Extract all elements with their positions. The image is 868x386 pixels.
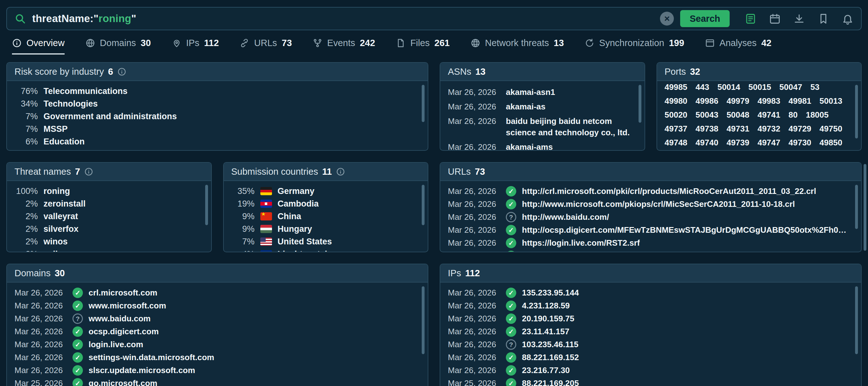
scrollbar-thumb[interactable] xyxy=(855,286,858,354)
list-item[interactable]: Mar 26, 2026 23.11.41.157 xyxy=(448,325,847,338)
port-number[interactable]: 18005 xyxy=(806,110,829,120)
list-item[interactable]: Mar 26, 2026 https://login.live.com/ppse… xyxy=(448,249,847,251)
list-item[interactable]: 4% Liechtenstein xyxy=(231,248,414,251)
scrollbar-thumb[interactable] xyxy=(855,85,858,139)
scrollbar-thumb[interactable] xyxy=(855,185,858,229)
list-item[interactable]: 2% silverfox xyxy=(14,222,197,235)
report-icon[interactable] xyxy=(745,13,756,25)
port-number[interactable]: 50020 xyxy=(665,110,687,120)
port-number[interactable]: 49739 xyxy=(726,138,749,148)
list-item[interactable]: Mar 26, 2026 www.baidu.com xyxy=(14,312,414,325)
list-item[interactable]: 35% Germany xyxy=(231,185,414,198)
list-item[interactable]: Mar 26, 2026 ocsp.digicert.com xyxy=(14,325,414,338)
port-number[interactable]: 80 xyxy=(788,110,798,120)
scrollbar-thumb[interactable] xyxy=(422,286,425,354)
list-item[interactable]: Mar 26, 2026 akamai-ams xyxy=(448,140,631,150)
scrollbar-thumb[interactable] xyxy=(422,85,425,122)
list-item[interactable]: Mar 26, 2026 135.233.95.144 xyxy=(448,286,847,299)
list-item[interactable]: Mar 26, 2026 23.216.77.30 xyxy=(448,364,847,377)
port-number[interactable]: 50014 xyxy=(717,82,740,92)
port-number[interactable]: 49983 xyxy=(757,96,780,106)
list-item[interactable]: Mar 26, 2026 88.221.169.152 xyxy=(448,351,847,364)
list-item[interactable]: Mar 26, 2026 http://www.baidu.com/ xyxy=(448,211,847,224)
port-number[interactable]: 49729 xyxy=(788,124,811,134)
tab-overview[interactable]: Overview xyxy=(12,38,65,55)
port-number[interactable]: 49741 xyxy=(757,110,780,120)
list-item[interactable]: Mar 26, 2026 https://login.live.com/RST2… xyxy=(448,237,847,249)
port-number[interactable]: 49738 xyxy=(695,124,718,134)
list-item[interactable]: 19% Cambodia xyxy=(231,198,414,210)
list-item[interactable]: 7% Government and administrations xyxy=(14,110,414,123)
list-item[interactable]: 2% valley xyxy=(14,248,197,251)
port-number[interactable]: 49737 xyxy=(665,124,687,134)
list-item[interactable]: 9% China xyxy=(231,210,414,222)
port-number[interactable]: 49979 xyxy=(726,96,749,106)
list-item[interactable]: 7% MSSP xyxy=(14,123,414,135)
list-item[interactable]: 34% Technologies xyxy=(14,97,414,110)
port-number[interactable]: 49730 xyxy=(788,138,811,148)
list-item[interactable]: 100% roning xyxy=(14,185,197,198)
port-number[interactable]: 49731 xyxy=(726,124,749,134)
scrollbar-thumb[interactable] xyxy=(639,85,641,123)
list-item[interactable]: Mar 26, 2026 http://www.microsoft.com/pk… xyxy=(448,198,847,211)
info-icon[interactable] xyxy=(84,167,93,176)
tab-domains[interactable]: Domains 30 xyxy=(85,38,151,55)
list-item[interactable]: Mar 26, 2026 4.231.128.59 xyxy=(448,299,847,312)
tab-network-threats[interactable]: Network threats 13 xyxy=(471,38,564,55)
bookmark-icon[interactable] xyxy=(817,13,829,25)
port-number[interactable]: 49748 xyxy=(665,138,687,148)
tab-analyses[interactable]: Analyses 42 xyxy=(705,38,772,55)
list-item[interactable]: 76% Telecommunications xyxy=(14,85,414,97)
list-item[interactable]: 2% valleyrat xyxy=(14,210,197,222)
download-icon[interactable] xyxy=(793,13,805,25)
port-number[interactable]: 49750 xyxy=(819,124,842,134)
port-number[interactable]: 50015 xyxy=(748,82,771,92)
list-item[interactable]: 7% United States xyxy=(231,235,414,248)
port-number[interactable]: 49986 xyxy=(695,96,718,106)
port-number[interactable]: 49985 xyxy=(665,82,687,92)
list-item[interactable]: Mar 26, 2026 103.235.46.115 xyxy=(448,338,847,351)
list-item[interactable]: Mar 25, 2026 88.221.169.205 xyxy=(448,377,847,386)
page-scrollbar-thumb[interactable] xyxy=(864,164,866,251)
clear-search-button[interactable]: × xyxy=(660,12,674,26)
tab-synchronization[interactable]: Synchronization 199 xyxy=(585,38,684,55)
scrollbar-thumb[interactable] xyxy=(205,185,208,225)
search-button[interactable]: Search xyxy=(680,10,730,27)
list-item[interactable]: Mar 26, 2026 www.microsoft.com xyxy=(14,299,414,312)
port-number[interactable]: 443 xyxy=(695,82,709,92)
list-item[interactable]: Mar 26, 2026 baidu beijing baidu netcom … xyxy=(448,114,631,140)
port-number[interactable]: 49732 xyxy=(757,124,780,134)
port-number[interactable]: 50043 xyxy=(695,110,718,120)
port-number[interactable]: 50047 xyxy=(779,82,802,92)
bell-icon[interactable] xyxy=(842,13,854,25)
port-number[interactable]: 50013 xyxy=(819,96,842,106)
list-item[interactable]: 6% Banking xyxy=(14,148,414,150)
info-icon[interactable] xyxy=(117,67,126,76)
list-item[interactable]: Mar 26, 2026 http://crl.microsoft.com/pk… xyxy=(448,185,847,198)
list-item[interactable]: 6% Education xyxy=(14,135,414,148)
calendar-icon[interactable] xyxy=(769,13,781,25)
list-item[interactable]: Mar 26, 2026 slscr.update.microsoft.com xyxy=(14,364,414,377)
port-number[interactable]: 53 xyxy=(810,82,819,92)
list-item[interactable]: Mar 26, 2026 http://ocsp.digicert.com/MF… xyxy=(448,224,847,237)
list-item[interactable]: Mar 25, 2026 go.microsoft.com xyxy=(14,377,414,386)
tab-files[interactable]: Files 261 xyxy=(396,38,450,55)
port-number[interactable]: 49980 xyxy=(665,96,687,106)
list-item[interactable]: 2% winos xyxy=(14,235,197,248)
port-number[interactable]: 50048 xyxy=(726,110,749,120)
search-input[interactable]: threatName:"roning" xyxy=(32,12,654,25)
info-icon[interactable] xyxy=(336,167,345,176)
tab-events[interactable]: Events 242 xyxy=(313,38,375,55)
tab-ips[interactable]: IPs 112 xyxy=(172,38,219,55)
port-number[interactable]: 49747 xyxy=(757,138,780,148)
list-item[interactable]: Mar 26, 2026 login.live.com xyxy=(14,338,414,351)
list-item[interactable]: Mar 26, 2026 settings-win.data.microsoft… xyxy=(14,351,414,364)
list-item[interactable]: Mar 26, 2026 crl.microsoft.com xyxy=(14,286,414,299)
port-number[interactable]: 49740 xyxy=(695,138,718,148)
tab-urls[interactable]: URLs 73 xyxy=(240,38,292,55)
list-item[interactable]: Mar 26, 2026 akamai-asn1 xyxy=(448,85,631,99)
scrollbar-thumb[interactable] xyxy=(422,185,425,225)
list-item[interactable]: Mar 26, 2026 akamai-as xyxy=(448,99,631,114)
port-number[interactable]: 49850 xyxy=(819,138,842,148)
list-item[interactable]: Mar 26, 2026 20.190.159.75 xyxy=(448,312,847,325)
